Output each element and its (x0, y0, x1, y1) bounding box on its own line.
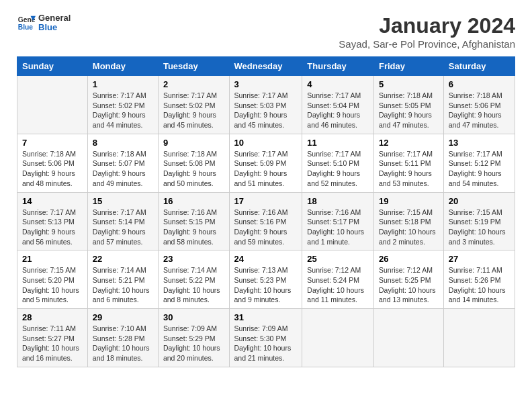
week-row-4: 21Sunrise: 7:15 AMSunset: 5:20 PMDayligh… (17, 250, 515, 309)
column-header-sunday: Sunday (17, 57, 88, 76)
day-info: Sunrise: 7:11 AMSunset: 5:26 PMDaylight:… (449, 265, 510, 305)
day-info: Sunrise: 7:12 AMSunset: 5:25 PMDaylight:… (379, 265, 439, 305)
day-number: 3 (234, 79, 298, 89)
day-number: 9 (163, 138, 224, 148)
calendar-cell: 17Sunrise: 7:16 AMSunset: 5:16 PMDayligh… (229, 192, 302, 250)
calendar-cell: 11Sunrise: 7:17 AMSunset: 5:10 PMDayligh… (302, 134, 374, 192)
day-number: 19 (379, 196, 439, 206)
calendar-cell: 14Sunrise: 7:17 AMSunset: 5:13 PMDayligh… (17, 192, 88, 250)
day-info: Sunrise: 7:17 AMSunset: 5:12 PMDaylight:… (449, 149, 510, 189)
day-number: 31 (234, 312, 298, 322)
day-info: Sunrise: 7:17 AMSunset: 5:13 PMDaylight:… (22, 208, 83, 247)
calendar-cell: 9Sunrise: 7:18 AMSunset: 5:08 PMDaylight… (158, 134, 229, 192)
logo: General Blue General Blue (17, 13, 71, 33)
day-info: Sunrise: 7:15 AMSunset: 5:18 PMDaylight:… (379, 208, 439, 247)
calendar-cell: 7Sunrise: 7:18 AMSunset: 5:06 PMDaylight… (17, 134, 88, 192)
day-number: 25 (307, 254, 369, 264)
day-info: Sunrise: 7:10 AMSunset: 5:28 PMDaylight:… (93, 324, 153, 363)
day-info: Sunrise: 7:17 AMSunset: 5:04 PMDaylight:… (307, 91, 369, 130)
column-header-monday: Monday (87, 57, 158, 76)
day-info: Sunrise: 7:13 AMSunset: 5:23 PMDaylight:… (234, 265, 298, 305)
day-number: 6 (449, 79, 510, 89)
day-number: 14 (22, 196, 83, 206)
calendar-cell: 21Sunrise: 7:15 AMSunset: 5:20 PMDayligh… (17, 250, 88, 309)
day-number: 1 (93, 79, 153, 89)
calendar-cell: 8Sunrise: 7:18 AMSunset: 5:07 PMDaylight… (87, 134, 158, 192)
day-info: Sunrise: 7:09 AMSunset: 5:30 PMDaylight:… (234, 324, 298, 363)
day-number: 2 (163, 79, 224, 89)
logo-line2: Blue (38, 23, 71, 32)
calendar-cell (17, 76, 88, 134)
calendar-cell (443, 309, 515, 367)
calendar-cell: 5Sunrise: 7:18 AMSunset: 5:05 PMDaylight… (373, 76, 443, 134)
calendar-subtitle: Sayad, Sar-e Pol Province, Afghanistan (339, 38, 515, 50)
day-info: Sunrise: 7:16 AMSunset: 5:17 PMDaylight:… (307, 208, 369, 247)
day-info: Sunrise: 7:09 AMSunset: 5:29 PMDaylight:… (163, 324, 224, 363)
day-number: 23 (163, 254, 224, 264)
day-number: 22 (93, 254, 153, 264)
day-number: 12 (379, 138, 439, 148)
day-info: Sunrise: 7:17 AMSunset: 5:02 PMDaylight:… (93, 91, 153, 130)
calendar-cell: 12Sunrise: 7:17 AMSunset: 5:11 PMDayligh… (373, 134, 443, 192)
day-info: Sunrise: 7:14 AMSunset: 5:21 PMDaylight:… (93, 265, 153, 305)
calendar-cell: 19Sunrise: 7:15 AMSunset: 5:18 PMDayligh… (373, 192, 443, 250)
day-info: Sunrise: 7:18 AMSunset: 5:06 PMDaylight:… (22, 149, 83, 189)
column-header-tuesday: Tuesday (158, 57, 229, 76)
calendar-cell: 24Sunrise: 7:13 AMSunset: 5:23 PMDayligh… (229, 250, 302, 309)
day-number: 26 (379, 254, 439, 264)
day-info: Sunrise: 7:16 AMSunset: 5:16 PMDaylight:… (234, 208, 298, 247)
day-info: Sunrise: 7:16 AMSunset: 5:15 PMDaylight:… (163, 208, 224, 247)
day-info: Sunrise: 7:15 AMSunset: 5:19 PMDaylight:… (449, 208, 510, 247)
day-number: 4 (307, 79, 369, 89)
column-header-thursday: Thursday (302, 57, 374, 76)
week-row-3: 14Sunrise: 7:17 AMSunset: 5:13 PMDayligh… (17, 192, 515, 250)
day-info: Sunrise: 7:18 AMSunset: 5:05 PMDaylight:… (379, 91, 439, 130)
calendar-cell (302, 309, 374, 367)
day-number: 17 (234, 196, 298, 206)
calendar-cell: 29Sunrise: 7:10 AMSunset: 5:28 PMDayligh… (87, 309, 158, 367)
day-info: Sunrise: 7:15 AMSunset: 5:20 PMDaylight:… (22, 265, 83, 305)
day-info: Sunrise: 7:17 AMSunset: 5:09 PMDaylight:… (234, 149, 298, 189)
day-number: 8 (93, 138, 153, 148)
day-info: Sunrise: 7:18 AMSunset: 5:07 PMDaylight:… (93, 149, 153, 189)
calendar-cell: 31Sunrise: 7:09 AMSunset: 5:30 PMDayligh… (229, 309, 302, 367)
title-area: January 2024 Sayad, Sar-e Pol Province, … (339, 13, 515, 50)
calendar-cell: 16Sunrise: 7:16 AMSunset: 5:15 PMDayligh… (158, 192, 229, 250)
day-number: 15 (93, 196, 153, 206)
day-number: 21 (22, 254, 83, 264)
day-info: Sunrise: 7:12 AMSunset: 5:24 PMDaylight:… (307, 265, 369, 305)
day-number: 11 (307, 138, 369, 148)
column-header-wednesday: Wednesday (229, 57, 302, 76)
calendar-cell: 27Sunrise: 7:11 AMSunset: 5:26 PMDayligh… (443, 250, 515, 309)
day-number: 27 (449, 254, 510, 264)
day-number: 29 (93, 312, 153, 322)
day-info: Sunrise: 7:17 AMSunset: 5:02 PMDaylight:… (163, 91, 224, 130)
day-number: 5 (379, 79, 439, 89)
column-header-saturday: Saturday (443, 57, 515, 76)
svg-text:Blue: Blue (18, 24, 34, 32)
header-row: SundayMondayTuesdayWednesdayThursdayFrid… (17, 57, 515, 76)
calendar-cell: 6Sunrise: 7:18 AMSunset: 5:06 PMDaylight… (443, 76, 515, 134)
calendar-cell: 26Sunrise: 7:12 AMSunset: 5:25 PMDayligh… (373, 250, 443, 309)
calendar-cell: 4Sunrise: 7:17 AMSunset: 5:04 PMDaylight… (302, 76, 374, 134)
day-info: Sunrise: 7:17 AMSunset: 5:03 PMDaylight:… (234, 91, 298, 130)
day-number: 30 (163, 312, 224, 322)
day-info: Sunrise: 7:11 AMSunset: 5:27 PMDaylight:… (22, 324, 83, 363)
calendar-cell: 28Sunrise: 7:11 AMSunset: 5:27 PMDayligh… (17, 309, 88, 367)
logo-icon: General Blue (17, 13, 36, 32)
calendar-cell: 25Sunrise: 7:12 AMSunset: 5:24 PMDayligh… (302, 250, 374, 309)
calendar-cell: 18Sunrise: 7:16 AMSunset: 5:17 PMDayligh… (302, 192, 374, 250)
column-header-friday: Friday (373, 57, 443, 76)
calendar-cell: 2Sunrise: 7:17 AMSunset: 5:02 PMDaylight… (158, 76, 229, 134)
logo-line1: General (38, 13, 71, 23)
day-number: 7 (22, 138, 83, 148)
calendar-cell: 30Sunrise: 7:09 AMSunset: 5:29 PMDayligh… (158, 309, 229, 367)
day-info: Sunrise: 7:17 AMSunset: 5:10 PMDaylight:… (307, 149, 369, 189)
calendar-cell: 13Sunrise: 7:17 AMSunset: 5:12 PMDayligh… (443, 134, 515, 192)
header: General Blue General Blue January 2024 S… (17, 13, 515, 50)
day-number: 13 (449, 138, 510, 148)
day-info: Sunrise: 7:17 AMSunset: 5:14 PMDaylight:… (93, 208, 153, 247)
week-row-5: 28Sunrise: 7:11 AMSunset: 5:27 PMDayligh… (17, 309, 515, 367)
week-row-2: 7Sunrise: 7:18 AMSunset: 5:06 PMDaylight… (17, 134, 515, 192)
calendar-cell: 1Sunrise: 7:17 AMSunset: 5:02 PMDaylight… (87, 76, 158, 134)
